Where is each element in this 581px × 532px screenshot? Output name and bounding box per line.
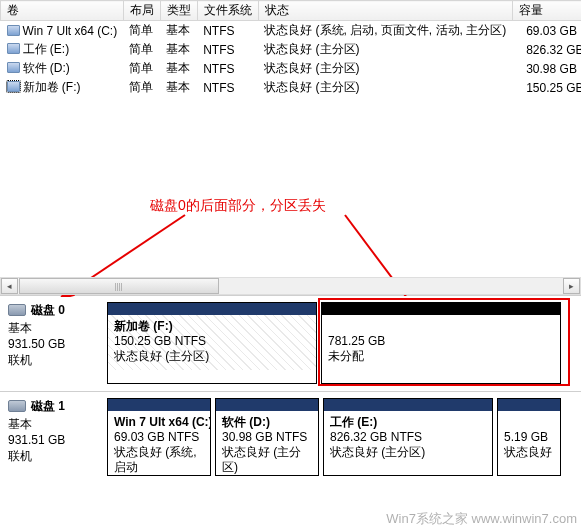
- scroll-right-button[interactable]: ▸: [563, 278, 580, 294]
- disk0-partitions: 新加卷 (F:) 150.25 GB NTFS 状态良好 (主分区) 781.2…: [105, 296, 581, 391]
- disk1-size: 931.51 GB: [8, 432, 99, 448]
- scroll-thumb[interactable]: [19, 278, 219, 294]
- volume-row[interactable]: 工作 (E:) 简单 基本 NTFS 状态良好 (主分区) 826.32 GB: [1, 40, 582, 59]
- blank-area: 磁盘0的后面部分，分区丢失: [0, 97, 581, 277]
- disk1-state: 联机: [8, 448, 99, 464]
- horizontal-scrollbar[interactable]: ◂ ▸: [0, 277, 581, 295]
- volume-table: 卷 布局 类型 文件系统 状态 容量 Win 7 Ult x64 (C:) 简单…: [0, 0, 581, 97]
- watermark-text: Win7系统之家 www.winwin7.com: [386, 510, 577, 528]
- disk0-row: 磁盘 0 基本 931.50 GB 联机 新加卷 (F:) 150.25 GB …: [0, 295, 581, 391]
- unalloc-size: 781.25 GB: [328, 334, 554, 349]
- volume-row[interactable]: Win 7 Ult x64 (C:) 简单 基本 NTFS 状态良好 (系统, …: [1, 21, 582, 41]
- col-header-status[interactable]: 状态: [258, 1, 512, 21]
- volume-status: 状态良好 (系统, 启动, 页面文件, 活动, 主分区): [258, 21, 512, 41]
- disk1-partition-d[interactable]: 软件 (D:) 30.98 GB NTFS 状态良好 (主分区): [215, 398, 319, 476]
- disk0-unallocated[interactable]: 781.25 GB 未分配: [321, 302, 561, 384]
- col-header-volume[interactable]: 卷: [1, 1, 124, 21]
- disk1-partition-e[interactable]: 工作 (E:) 826.32 GB NTFS 状态良好 (主分区): [323, 398, 493, 476]
- annotation-arrows: [0, 97, 581, 297]
- volume-icon: [7, 62, 20, 73]
- scroll-left-button[interactable]: ◂: [1, 278, 18, 294]
- partition-status: 状态良好 (主分区): [114, 349, 310, 364]
- disk1-type: 基本: [8, 416, 99, 432]
- volume-name: 新加卷 (F:): [23, 80, 81, 94]
- disk0-info[interactable]: 磁盘 0 基本 931.50 GB 联机: [0, 296, 105, 391]
- disk1-row: 磁盘 1 基本 931.51 GB 联机 Win 7 Ult x64 (C:) …: [0, 391, 581, 483]
- disk-icon: [8, 400, 26, 412]
- volume-fs: NTFS: [197, 21, 258, 41]
- disk0-type: 基本: [8, 320, 99, 336]
- disk1-partition-last[interactable]: 5.19 GB 状态良好: [497, 398, 561, 476]
- volume-capacity: 69.03 GB: [512, 21, 581, 41]
- col-header-fs[interactable]: 文件系统: [197, 1, 258, 21]
- volume-icon: [7, 25, 20, 36]
- volume-layout: 简单: [123, 21, 160, 41]
- volume-icon: [7, 81, 20, 92]
- disk0-title: 磁盘 0: [31, 302, 65, 318]
- disk1-partition-c[interactable]: Win 7 Ult x64 (C:) 69.03 GB NTFS 状态良好 (系…: [107, 398, 211, 476]
- disk1-title: 磁盘 1: [31, 398, 65, 414]
- volume-name: Win 7 Ult x64 (C:): [23, 24, 118, 38]
- volume-row[interactable]: 软件 (D:) 简单 基本 NTFS 状态良好 (主分区) 30.98 GB: [1, 59, 582, 78]
- volume-type: 基本: [160, 21, 197, 41]
- disk0-state: 联机: [8, 352, 99, 368]
- disk1-partitions: Win 7 Ult x64 (C:) 69.03 GB NTFS 状态良好 (系…: [105, 392, 581, 483]
- volume-icon: [7, 43, 20, 54]
- col-header-capacity[interactable]: 容量: [512, 1, 581, 21]
- partition-title: 新加卷 (F:): [114, 319, 310, 334]
- disk-icon: [8, 304, 26, 316]
- volume-row[interactable]: 新加卷 (F:) 简单 基本 NTFS 状态良好 (主分区) 150.25 GB: [1, 78, 582, 97]
- disk0-partition-f[interactable]: 新加卷 (F:) 150.25 GB NTFS 状态良好 (主分区): [107, 302, 317, 384]
- partition-stripe: [108, 303, 316, 315]
- disk0-size: 931.50 GB: [8, 336, 99, 352]
- unalloc-label: 未分配: [328, 349, 554, 364]
- col-header-type[interactable]: 类型: [160, 1, 197, 21]
- volume-name: 软件 (D:): [23, 61, 70, 75]
- partition-size: 150.25 GB NTFS: [114, 334, 310, 349]
- disk1-info[interactable]: 磁盘 1 基本 931.51 GB 联机: [0, 392, 105, 483]
- col-header-layout[interactable]: 布局: [123, 1, 160, 21]
- table-header-row: 卷 布局 类型 文件系统 状态 容量: [1, 1, 582, 21]
- volume-name: 工作 (E:): [23, 42, 70, 56]
- partition-stripe: [322, 303, 560, 315]
